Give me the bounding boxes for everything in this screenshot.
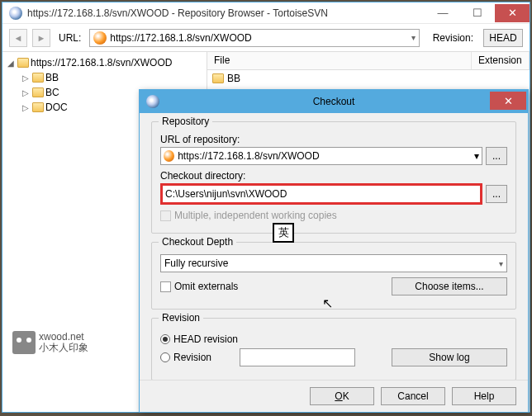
forward-button[interactable]: ► [32,29,50,47]
browse-dir-button[interactable]: ... [486,185,507,203]
checkbox-icon [160,281,171,292]
choose-items-button[interactable]: Choose items... [392,277,507,295]
app-icon [146,95,159,108]
folder-icon [32,87,44,97]
toolbar: ◄ ► URL: https://172.168.1.8/svn/XWOOD ▾… [2,24,530,52]
checkout-depth-group: Checkout Depth Fully recursive ▾ Omit ex… [151,242,516,310]
checkout-dir-input[interactable] [160,183,482,205]
minimize-button[interactable]: — [425,4,460,22]
col-file[interactable]: File [207,52,472,69]
window-title: https://172.168.1.8/svn/XWOOD - Reposito… [27,7,425,19]
revision-group: Revision HEAD revision Revision Show log [151,318,516,381]
head-revision-radio[interactable]: HEAD revision [160,333,507,345]
multiple-copies-checkbox: Multiple, independent working copies [160,210,507,221]
folder-icon [17,58,29,68]
expand-icon[interactable]: ▷ [21,103,31,112]
omit-externals-checkbox[interactable]: Omit externals [160,281,238,292]
url-combobox[interactable]: https://172.168.1.8/svn/XWOOD ▾ [89,29,419,47]
maximize-button[interactable]: ☐ [460,4,495,22]
dialog-titlebar: Checkout ✕ [140,90,528,113]
url-label: URL: [59,32,81,44]
expand-icon[interactable]: ▷ [21,73,31,83]
close-button[interactable]: ✕ [495,4,530,22]
globe-icon [93,31,107,45]
browse-repo-button[interactable]: ... [486,147,507,165]
show-log-button[interactable]: Show log [392,348,507,366]
folder-icon [32,73,44,83]
radio-icon [160,352,170,362]
dialog-title: Checkout [164,96,528,107]
repo-url-input[interactable]: ▾ [160,147,482,165]
tree-root[interactable]: ◢ https://172.168.1.8/svn/XWOOD [6,55,203,70]
ime-indicator[interactable]: 英 [273,223,294,243]
revision-input[interactable] [240,348,355,366]
revision-radio[interactable]: Revision [160,352,211,363]
collapse-icon[interactable]: ◢ [6,59,16,68]
cancel-button[interactable]: Cancel [381,387,445,405]
repository-group: Repository URL of repository: ▾ ... Chec… [151,121,516,234]
checkout-dialog: Checkout ✕ Repository URL of repository:… [139,89,529,413]
file-row[interactable]: BB [207,70,530,87]
folder-icon [212,73,224,83]
folder-icon [32,102,44,112]
chevron-down-icon[interactable]: ▾ [499,259,503,268]
url-text: https://172.168.1.8/svn/XWOOD [110,32,251,44]
chevron-down-icon[interactable]: ▾ [411,33,416,42]
titlebar: https://172.168.1.8/svn/XWOOD - Reposito… [2,2,530,24]
chevron-down-icon[interactable]: ▾ [474,150,479,162]
globe-icon [164,150,174,162]
checkout-directory-label: Checkout directory: [160,170,507,182]
watermark: xwood.net小木人印象 [12,331,88,354]
back-button[interactable]: ◄ [9,29,27,47]
ok-button[interactable]: OOKK [310,387,374,405]
tree-item[interactable]: ▷ BB [6,70,203,85]
depth-select[interactable]: Fully recursive ▾ [160,254,507,272]
robot-icon [12,331,36,354]
revision-label: Revision: [433,32,473,44]
col-ext[interactable]: Extension [472,52,530,69]
checkbox-icon [160,210,171,221]
url-of-repository-label: URL of repository: [160,134,507,145]
help-button[interactable]: Help [452,387,516,405]
cursor-icon: ↖ [322,295,333,311]
expand-icon[interactable]: ▷ [21,88,31,97]
app-icon [9,7,22,20]
head-button[interactable]: HEAD [483,29,523,47]
radio-icon [160,334,170,344]
dialog-close-button[interactable]: ✕ [490,92,526,110]
